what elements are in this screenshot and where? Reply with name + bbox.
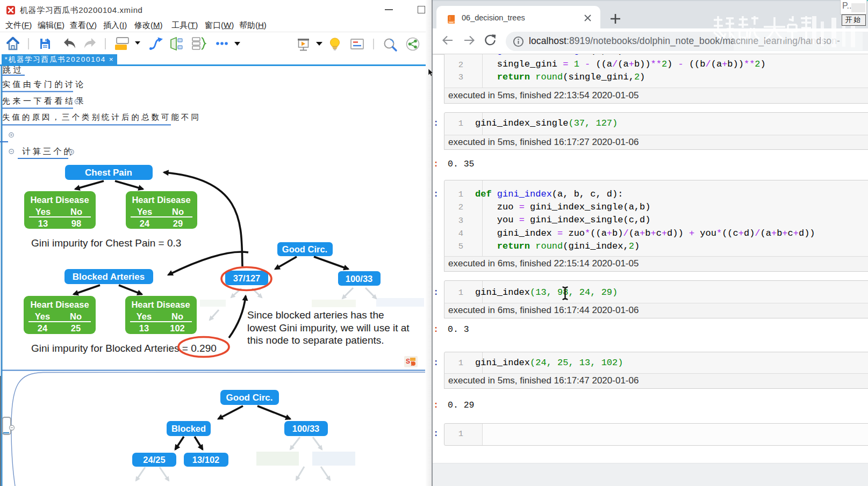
svg-text:Gini impurity for Chest Pain =: Gini impurity for Chest Pain = 0.3 <box>31 237 181 249</box>
svg-text:Yes: Yes <box>137 207 152 216</box>
svg-text:102: 102 <box>170 323 185 333</box>
svg-text:25: 25 <box>71 323 81 333</box>
svg-text:13: 13 <box>139 323 149 333</box>
svg-text:lowest Gini impurity, we will: lowest Gini impurity, we will use it at <box>247 322 410 333</box>
svg-text:Good Circ.: Good Circ. <box>282 244 327 254</box>
svg-text:Heart Disease: Heart Disease <box>30 195 89 205</box>
svg-text:No: No <box>171 311 183 321</box>
svg-text:13: 13 <box>38 219 48 228</box>
svg-text:Blocked Arteries: Blocked Arteries <box>73 272 145 282</box>
svg-text:Heart Disease: Heart Disease <box>30 300 89 309</box>
svg-text:No: No <box>70 311 82 321</box>
svg-text:Heart Disease: Heart Disease <box>131 300 190 309</box>
svg-text:29: 29 <box>173 219 183 228</box>
svg-text:24: 24 <box>38 323 48 333</box>
svg-text:Heart Disease: Heart Disease <box>132 195 190 205</box>
svg-text:S: S <box>406 358 410 365</box>
svg-text:24/25: 24/25 <box>143 455 165 465</box>
svg-text:Blocked: Blocked <box>171 424 206 433</box>
svg-text:Chest Pain: Chest Pain <box>85 168 132 178</box>
svg-text:100/33: 100/33 <box>292 424 319 433</box>
svg-text:this node to separate patients: this node to separate patients. <box>247 335 384 346</box>
svg-text:98: 98 <box>71 219 81 228</box>
svg-text:Gini impurity for Blocked Arte: Gini impurity for Blocked Arteries = 0.2… <box>31 343 217 354</box>
svg-text:100/33: 100/33 <box>346 274 372 284</box>
svg-text:Yes: Yes <box>35 207 51 216</box>
svg-text:24: 24 <box>140 219 150 228</box>
svg-text:Since blocked arteries has the: Since blocked arteries has the <box>247 309 384 321</box>
svg-text:Good Circ.: Good Circ. <box>226 393 273 403</box>
svg-text:No: No <box>70 207 82 216</box>
svg-text:Yes: Yes <box>35 311 50 321</box>
svg-text:13/102: 13/102 <box>192 455 219 465</box>
svg-text:No: No <box>172 207 184 216</box>
svg-text:37/127: 37/127 <box>233 273 260 283</box>
svg-text:Yes: Yes <box>137 311 152 321</box>
